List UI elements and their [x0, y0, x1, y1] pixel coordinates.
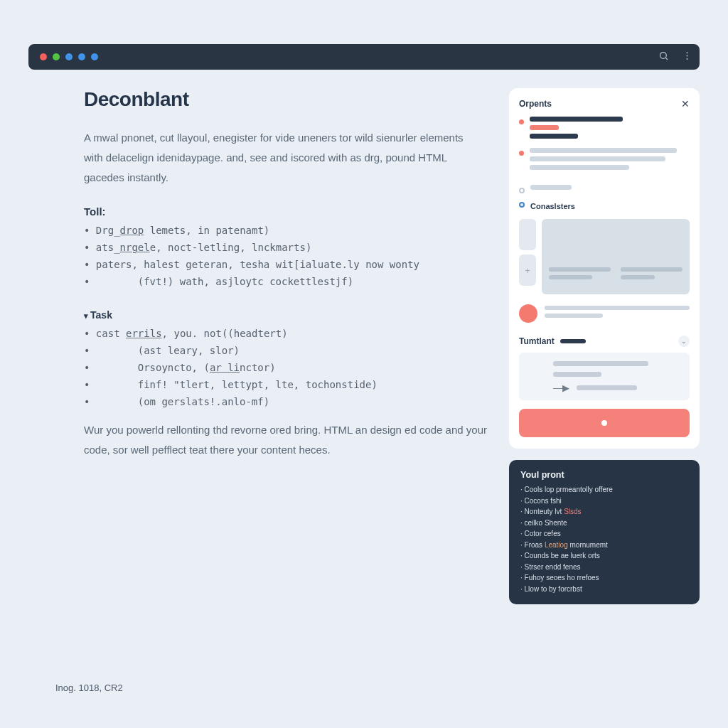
- radio-icon[interactable]: [519, 188, 525, 193]
- preview-thumbnail[interactable]: [542, 219, 690, 294]
- status-dot: [519, 151, 524, 156]
- toll-heading: Toll:: [84, 205, 491, 218]
- promo-card: Youl pront Cools lop prmeantolly offereC…: [509, 460, 700, 604]
- tab-dot-1[interactable]: [65, 53, 73, 60]
- list-item: paters, halest geteran, tesha wit[ialuat…: [84, 256, 491, 273]
- promo-list: Cools lop prmeantolly offereCocons fshiN…: [520, 484, 688, 594]
- list-item: • (fvt!) wath, asjloytc cockettlestjf): [84, 273, 491, 290]
- preview-block: +: [519, 219, 690, 294]
- list-item[interactable]: Conaslsters: [519, 199, 690, 212]
- promo-item: Fuhoy seoes ho rrefoes: [520, 572, 688, 584]
- svg-point-3: [687, 55, 688, 56]
- list-item: Drg_drop lemets, in patenamt): [84, 222, 491, 239]
- side-panel: Orpents ✕: [509, 88, 700, 449]
- svg-line-1: [665, 58, 668, 60]
- add-button[interactable]: +: [519, 255, 536, 286]
- promo-title: Youl pront: [520, 470, 688, 480]
- list-item: ats_nrgele, noct-letling, lnckmarts): [84, 239, 491, 256]
- close-dot[interactable]: [40, 53, 47, 60]
- promo-item: Llow to by forcrbst: [520, 584, 688, 595]
- page-title: Deconblant: [84, 88, 491, 111]
- footer-meta: Inog. 1018, CR2: [0, 682, 728, 693]
- status-dot: [519, 119, 524, 124]
- promo-item: Cools lop prmeantolly offere: [520, 484, 688, 496]
- search-icon[interactable]: [658, 50, 669, 64]
- promo-item: Cotor cefes: [520, 528, 688, 540]
- promo-item: Froas Leatiog mornumemt: [520, 540, 688, 551]
- list-item: • Orsoyncto, (ar linctor): [84, 359, 491, 376]
- titlebar: [28, 44, 700, 70]
- svg-point-4: [687, 58, 688, 59]
- promo-item: Counds be ae luerk orts: [520, 550, 688, 562]
- thumb-slot[interactable]: [519, 219, 536, 250]
- avatar[interactable]: [519, 304, 537, 323]
- tumtlant-label: Tumtlant: [519, 336, 555, 346]
- consists-label: Conaslsters: [530, 202, 575, 210]
- task-heading[interactable]: Task: [84, 309, 491, 321]
- tumtlant-row[interactable]: Tumtlant ⌄: [519, 336, 690, 347]
- code-preview: —▶: [519, 353, 690, 400]
- promo-item: Strser endd fenes: [520, 562, 688, 573]
- intro-text: A mwal pnonet, cut llayoul, enegister fo…: [84, 128, 482, 187]
- list-item: • (om gerslats!.anlo-mf): [84, 393, 491, 410]
- more-icon[interactable]: [682, 50, 692, 64]
- list-item[interactable]: [519, 117, 690, 142]
- closing-text: Wur you powerld rellonting thd revorne o…: [84, 420, 489, 460]
- task-list: cast errils, you. not((headtert)• (ast l…: [84, 325, 491, 410]
- panel-title: Orpents: [519, 99, 552, 109]
- svg-point-0: [660, 52, 667, 58]
- list-item[interactable]: [519, 148, 690, 173]
- author-row: [519, 304, 690, 323]
- toll-list: Drg_drop lemets, in patenamt)ats_nrgele,…: [84, 222, 491, 290]
- list-item: cast errils, you. not((headtert): [84, 325, 491, 342]
- list-item[interactable]: [519, 185, 690, 193]
- promo-item: ceilko Shente: [520, 518, 688, 529]
- traffic-lights[interactable]: [40, 53, 98, 60]
- promo-item: Cocons fshi: [520, 496, 688, 507]
- chevron-down-icon[interactable]: ⌄: [678, 336, 690, 347]
- primary-cta-button[interactable]: [519, 409, 690, 437]
- tab-dot-2[interactable]: [78, 53, 85, 60]
- tab-dot-3[interactable]: [91, 53, 98, 60]
- list-item: • (ast leary, slor): [84, 342, 491, 359]
- close-icon[interactable]: ✕: [681, 98, 690, 109]
- svg-point-2: [687, 52, 688, 53]
- radio-icon[interactable]: [519, 202, 525, 208]
- minimize-dot[interactable]: [53, 53, 60, 60]
- play-arrow-icon[interactable]: —▶: [553, 382, 569, 393]
- list-item: • finf! "tlert, lettypt, lte, tochonstid…: [84, 376, 491, 393]
- promo-item: Nonteuty lvt Slsds: [520, 506, 688, 518]
